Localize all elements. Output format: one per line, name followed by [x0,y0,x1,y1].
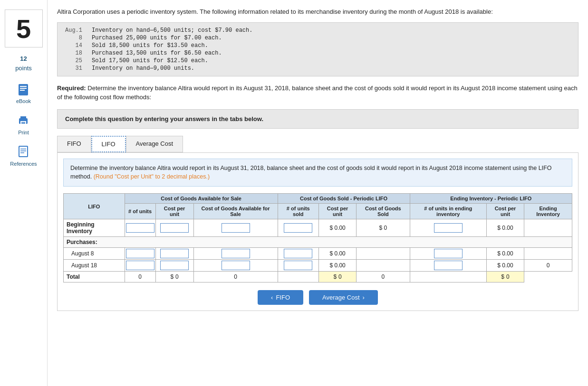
cost-per-unit-avail-input[interactable] [160,223,189,233]
units-ending-cell [410,219,486,237]
units-avail-input[interactable] [126,261,154,270]
col-units-sold: # of units sold [278,204,318,219]
units-ending-cell [410,248,486,260]
units-avail-cell [125,248,155,260]
cost-per-unit-sold-value: 0.00 [334,250,345,257]
cogs-sold-cell [357,260,410,272]
cost-per-unit-sold-cell: $ 0.00 [319,219,357,237]
cost-per-unit-ending-value: 0.00 [502,225,513,231]
svg-rect-1 [20,86,27,87]
tab-content-lifo: Determine the inventory balance Altira w… [57,152,578,311]
prev-arrow-icon: ‹ [271,294,273,301]
cost-per-unit-sold-value: 0.00 [334,262,345,269]
ebook-label: eBook [16,98,31,104]
prev-button[interactable]: ‹ FIFO [258,290,303,305]
svg-rect-9 [19,146,28,157]
ending-inv-cell [524,219,572,237]
inventory-line: 18Purchased 13,500 units for $6.50 each. [63,49,254,57]
cost-per-unit-avail-cell [155,260,193,272]
problem-intro: Altira Corporation uses a periodic inven… [57,7,578,17]
units-ending-input[interactable] [434,249,463,258]
cogs-avail-input[interactable] [222,261,250,270]
group-header-label: Purchases: [64,237,572,248]
row-label: Beginning Inventory [64,219,125,237]
col-cost-per-unit-ending: Cost per unit [486,204,524,219]
col-cost-per-unit-sold: Cost per unit [319,204,357,219]
svg-rect-3 [20,90,25,91]
total-units-ending: 0 [357,272,410,282]
cogs-sold-cell [357,248,410,260]
units-ending-input[interactable] [434,223,463,233]
inventory-line: 14Sold 18,500 units for $13.50 each. [63,42,254,49]
cost-per-unit-avail-input[interactable] [160,261,189,270]
cost-per-unit-avail-cell [155,219,193,237]
cogs-avail-header: Cost of Goods Available for Sale [125,194,278,204]
print-label: Print [18,130,29,135]
svg-rect-12 [20,152,24,153]
table-row: August 18 $ 0.00 $ 0.00 0 [64,260,572,272]
sidebar-item-ebook[interactable]: eBook [16,81,31,104]
svg-rect-8 [21,123,25,124]
inventory-line: 31Inventory on hand—9,000 units. [63,65,254,72]
col-units-ending: # of units in ending inventory [410,204,486,219]
tab-fifo[interactable]: FIFO [57,136,91,152]
svg-rect-11 [20,151,26,151]
tabs-container: FIFO LIFO Average Cost [57,136,578,152]
next-button[interactable]: Average Cost › [309,290,378,305]
inventory-data-box: Aug.1Inventory on hand—6,500 units; cost… [57,22,578,76]
cogs-sold-cell: $ 0 [357,219,410,237]
units-sold-cell [278,219,318,237]
tab-lifo[interactable]: LIFO [91,136,126,152]
units-sold-input[interactable] [284,223,312,233]
cost-per-unit-avail-input[interactable] [160,249,189,258]
units-ending-input[interactable] [434,261,463,270]
question-number: 5 [5,9,43,47]
svg-rect-10 [20,149,26,150]
cogs-avail-input[interactable] [222,249,250,258]
cost-per-unit-sold-cell: $ 0.00 [319,248,357,260]
svg-rect-2 [20,88,27,89]
units-sold-cell [278,260,318,272]
cost-per-unit-ending-value: 0.00 [502,250,513,257]
total-units-avail: 0 [125,272,155,282]
units-sold-cell [278,248,318,260]
sidebar-item-print[interactable]: Print [16,113,31,135]
lifo-table: LIFO Cost of Goods Available for Sale Co… [63,193,572,282]
units-sold-input[interactable] [284,249,312,258]
print-icon [16,113,31,128]
sidebar-item-references[interactable]: References [10,144,37,167]
ending-inv-value: 0 [547,262,550,269]
col-cogs-sold: Cost of Goods Sold [357,204,410,219]
cogs-avail-cell [193,260,278,272]
next-arrow-icon: › [363,294,365,301]
ebook-icon [16,81,31,96]
references-label: References [10,161,37,167]
total-cost-avail: $0 [155,272,193,282]
lifo-description: Determine the inventory balance Altira w… [63,159,572,187]
table-row: Beginning Inventory $ 0.00 $ 0 $ 0.00 [64,219,572,237]
cogs-sold-header: Cost of Goods Sold - Periodic LIFO [278,194,410,204]
total-ending-inv: $0 [486,272,524,282]
units-avail-input[interactable] [126,249,154,258]
units-sold-input[interactable] [284,261,312,270]
svg-rect-7 [21,122,25,123]
col-cogs-avail: Cost of Goods Available for Sale [193,204,278,219]
inventory-line: 25Sold 17,500 units for $12.50 each. [63,57,254,65]
question-instruction: Complete this question by entering your … [57,109,578,129]
row-label: Total [64,272,125,282]
inventory-line: Aug.1Inventory on hand—6,500 units; cost… [63,27,254,34]
total-cost-per-ending [410,272,486,282]
tab-average-cost[interactable]: Average Cost [126,136,183,152]
points-value: 12 [15,55,32,62]
cogs-avail-cell [193,219,278,237]
units-ending-cell [410,260,486,272]
col-cost-per-unit-avail: Cost per unit [155,204,193,219]
col-ending-inv: Ending Inventory [524,204,572,219]
cost-per-unit-ending-cell: $ 0.00 [486,260,524,272]
prev-button-label: FIFO [276,294,290,301]
cogs-avail-input[interactable] [222,223,250,233]
units-avail-cell [125,219,155,237]
units-avail-input[interactable] [126,223,154,233]
cost-per-unit-ending-value: 0.00 [502,262,513,269]
table-row: August 8 $ 0.00 $ 0.00 [64,248,572,260]
